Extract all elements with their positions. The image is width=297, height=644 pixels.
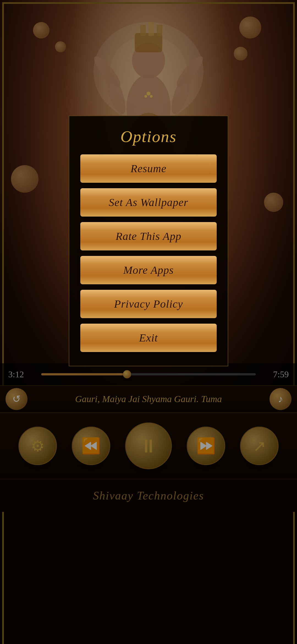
more-apps-button[interactable]: More Apps	[80, 256, 217, 284]
set-wallpaper-button[interactable]: Set As Wallpaper	[80, 188, 217, 217]
modal-title: Options	[80, 127, 217, 146]
exit-button[interactable]: Exit	[80, 324, 217, 352]
options-modal: Options Resume Set As Wallpaper Rate Thi…	[69, 116, 228, 366]
privacy-policy-button[interactable]: Privacy Policy	[80, 290, 217, 318]
resume-button[interactable]: Resume	[80, 154, 217, 183]
modal-overlay: Options Resume Set As Wallpaper Rate Thi…	[0, 0, 297, 644]
rate-app-button[interactable]: Rate This App	[80, 222, 217, 250]
